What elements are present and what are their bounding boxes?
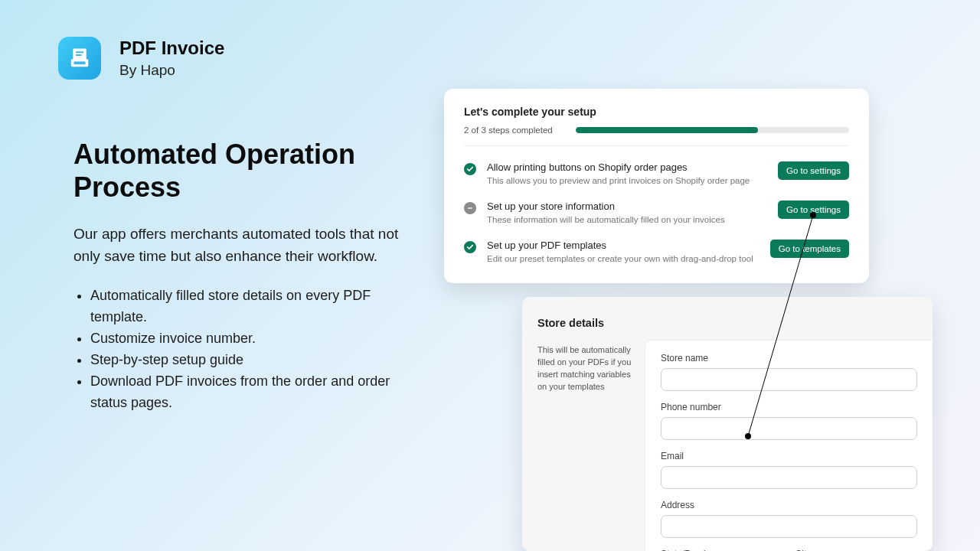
- email-label: Email: [661, 451, 917, 461]
- phone-input[interactable]: [661, 417, 917, 440]
- details-blurb: This will be automatically filled on you…: [522, 340, 645, 551]
- store-name-label: Store name: [661, 353, 917, 364]
- hero-bullet: Automatically filled store details on ev…: [90, 285, 429, 328]
- app-title: PDF Invoice: [119, 37, 224, 59]
- svg-rect-4: [74, 61, 86, 64]
- hero-title: Automated Operation Process: [74, 138, 429, 204]
- go-to-settings-button[interactable]: Go to settings: [778, 161, 849, 180]
- app-icon: [58, 37, 101, 80]
- svg-rect-2: [76, 54, 82, 56]
- store-name-input[interactable]: [661, 368, 917, 391]
- step-desc: This allows you to preview and print inv…: [487, 176, 767, 185]
- step-title: Set up your PDF templates: [487, 240, 760, 251]
- address-input[interactable]: [661, 515, 917, 538]
- connector-dot: [810, 212, 816, 218]
- progress-fill: [576, 127, 758, 133]
- hero-bullet: Customize invoice number.: [90, 328, 429, 350]
- svg-rect-1: [76, 51, 83, 53]
- hero-bullet-list: Automatically filled store details on ev…: [90, 285, 429, 413]
- hero-description: Our app offers merchants automated tools…: [74, 223, 429, 267]
- check-icon: [464, 241, 476, 253]
- phone-label: Phone number: [661, 402, 917, 412]
- app-subtitle: By Hapo: [119, 62, 224, 79]
- check-icon: [464, 163, 476, 175]
- svg-rect-5: [468, 207, 472, 208]
- step-title: Set up your store information: [487, 201, 767, 212]
- hero-bullet: Step-by-step setup guide: [90, 350, 429, 371]
- hero-bullet: Download PDF invoices from the order and…: [90, 371, 429, 414]
- details-title: Store details: [522, 312, 933, 340]
- progress-text: 2 of 3 steps completed: [464, 126, 564, 135]
- minus-icon: [464, 202, 476, 214]
- step-desc: These information will be automatically …: [487, 215, 767, 224]
- setup-title: Let's complete your setup: [464, 106, 849, 118]
- step-title: Allow printing buttons on Shopify order …: [487, 161, 767, 173]
- go-to-templates-button[interactable]: Go to templates: [770, 240, 849, 258]
- connector-dot: [745, 433, 751, 439]
- setup-card: Let's complete your setup 2 of 3 steps c…: [444, 89, 869, 283]
- setup-step: Set up your PDF templates Edit our prese…: [464, 240, 849, 263]
- setup-step: Allow printing buttons on Shopify order …: [464, 161, 849, 185]
- store-details-card: Store details This will be automatically…: [522, 297, 933, 551]
- details-form: Store name Phone number Email Address St…: [645, 340, 933, 551]
- email-input[interactable]: [661, 466, 917, 489]
- setup-step: Set up your store information These info…: [464, 201, 849, 224]
- step-desc: Edit our preset templates or create your…: [487, 254, 760, 263]
- address-label: Address: [661, 500, 917, 510]
- progress-bar: [576, 127, 849, 133]
